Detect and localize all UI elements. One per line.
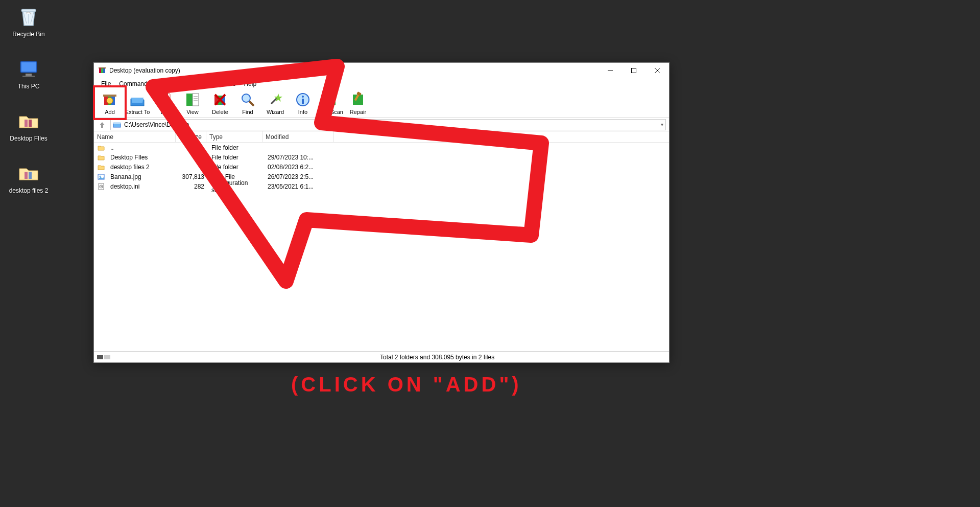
close-button[interactable] (646, 63, 669, 78)
find-icon (240, 91, 256, 108)
folder-icon (97, 163, 105, 171)
svg-rect-10 (101, 68, 103, 73)
svg-rect-46 (113, 122, 121, 124)
folder-icon (97, 153, 105, 162)
menu-help[interactable]: Help (240, 79, 260, 88)
statusbar: Total 2 folders and 308,095 bytes in 2 f… (94, 351, 669, 362)
file-type: File folder (208, 144, 265, 151)
svg-point-21 (107, 98, 113, 104)
titlebar[interactable]: Desktop (evaluation copy) (94, 63, 669, 78)
toolbar-wizard-button[interactable]: Wizard (261, 90, 289, 117)
file-size: 282 (178, 183, 208, 190)
toolbar-view-button[interactable]: View (179, 90, 206, 117)
test-icon (157, 91, 173, 108)
desktop-icon-label: This PC (8, 83, 49, 90)
svg-rect-12 (99, 67, 106, 68)
add-icon (102, 91, 118, 108)
svg-rect-45 (113, 123, 121, 127)
svg-rect-7 (25, 172, 28, 179)
file-row[interactable]: Banana.jpg307,813JPG File26/07/2023 2:5.… (94, 172, 669, 181)
svg-rect-14 (632, 68, 636, 73)
toolbar-repair-button[interactable]: Repair (344, 90, 372, 117)
toolbar-label: Info (298, 109, 307, 115)
folder-icon (16, 108, 41, 133)
svg-rect-2 (21, 62, 36, 72)
svg-rect-11 (103, 68, 105, 73)
menu-options[interactable]: Options (210, 79, 240, 88)
col-name-header[interactable]: Name (94, 131, 176, 142)
file-row[interactable]: desktop.ini282Configuration setti...23/0… (94, 181, 669, 191)
file-type: File folder (208, 164, 265, 171)
col-modified-header[interactable]: Modified (262, 131, 334, 142)
repair-icon (350, 91, 366, 108)
info-icon (295, 91, 311, 108)
file-name: desktop files 2 (107, 164, 178, 171)
svg-rect-8 (29, 172, 32, 179)
desktop-icon-this-pc[interactable]: This PC (8, 56, 49, 90)
virusscan-icon (322, 91, 339, 108)
toolbar-label: Delete (212, 109, 228, 115)
toolbar-test-button[interactable]: Test (151, 90, 179, 117)
path-input[interactable]: C:\Users\Vince\Desktop ▾ (110, 119, 666, 130)
file-row[interactable]: desktop files 2File folder02/08/2023 6:2… (94, 162, 669, 172)
toolbar-info-button[interactable]: Info (289, 90, 317, 117)
svg-rect-6 (29, 120, 32, 127)
svg-rect-53 (104, 355, 110, 359)
menubar: File Commands Tools Favorites Options He… (94, 78, 669, 89)
up-button[interactable] (97, 120, 107, 130)
minimize-button[interactable] (599, 63, 622, 78)
menu-tools[interactable]: Tools (155, 79, 177, 88)
winrar-window: Desktop (evaluation copy) File Commands … (93, 62, 670, 363)
svg-point-39 (302, 96, 304, 98)
maximize-button[interactable] (622, 63, 646, 78)
toolbar-label: VirusScan (318, 109, 343, 115)
menu-favorites[interactable]: Favorites (177, 79, 210, 88)
wizard-icon (267, 91, 283, 108)
path-text: C:\Users\Vince\Desktop (124, 121, 189, 128)
desktop-icon-desktop-files-2[interactable]: desktop files 2 (8, 160, 49, 194)
desktop-icon-label: desktop files 2 (8, 187, 49, 194)
svg-rect-9 (99, 68, 101, 73)
svg-rect-52 (97, 355, 103, 359)
delete-icon (212, 91, 228, 108)
file-type: File folder (208, 154, 265, 161)
svg-rect-40 (302, 99, 304, 104)
menu-commands[interactable]: Commands (115, 79, 154, 88)
toolbar-extract-button[interactable]: Extract To (124, 90, 151, 117)
menu-file[interactable]: File (97, 79, 115, 88)
toolbar-label: View (186, 109, 199, 115)
toolbar-delete-button[interactable]: Delete (206, 90, 234, 117)
svg-rect-5 (25, 120, 28, 127)
file-list: ..File folderDesktop FIlesFile folder29/… (94, 143, 669, 351)
chevron-down-icon[interactable]: ▾ (661, 122, 663, 127)
file-row[interactable]: Desktop FIlesFile folder29/07/2023 10:..… (94, 152, 669, 162)
status-text: Total 2 folders and 308,095 bytes in 2 f… (380, 354, 669, 361)
disk-icon (113, 121, 121, 129)
file-row[interactable]: ..File folder (94, 143, 669, 152)
list-header: Name Size Type Modified (94, 131, 669, 143)
svg-rect-4 (22, 76, 35, 77)
ini-icon (97, 182, 105, 191)
svg-rect-24 (186, 94, 193, 106)
svg-point-48 (100, 175, 101, 177)
col-type-header[interactable]: Type (206, 131, 262, 142)
toolbar-add-button[interactable]: Add (96, 90, 124, 117)
toolbar-find-button[interactable]: Find (234, 90, 261, 117)
desktop-icon-label: Recycle Bin (8, 31, 49, 38)
image-icon (97, 173, 105, 181)
col-size-header[interactable]: Size (176, 131, 206, 142)
window-title: Desktop (evaluation copy) (109, 67, 599, 74)
file-modified: 23/05/2021 6:1... (265, 183, 336, 190)
svg-rect-41 (325, 95, 336, 105)
file-size: 307,813 (178, 173, 208, 180)
desktop-icon-desktop-files[interactable]: Desktop FIles (8, 108, 49, 142)
toolbar-virusscan-button[interactable]: VirusScan (317, 90, 344, 117)
desktop-icon-recycle-bin[interactable]: Recycle Bin (8, 4, 49, 38)
file-name: .. (107, 144, 178, 151)
file-name: Banana.jpg (107, 173, 178, 180)
extract-icon (129, 91, 146, 108)
svg-point-34 (242, 94, 250, 102)
toolbar-label: Repair (350, 109, 366, 115)
file-modified: 29/07/2023 10:... (265, 154, 336, 161)
svg-line-35 (249, 101, 254, 106)
